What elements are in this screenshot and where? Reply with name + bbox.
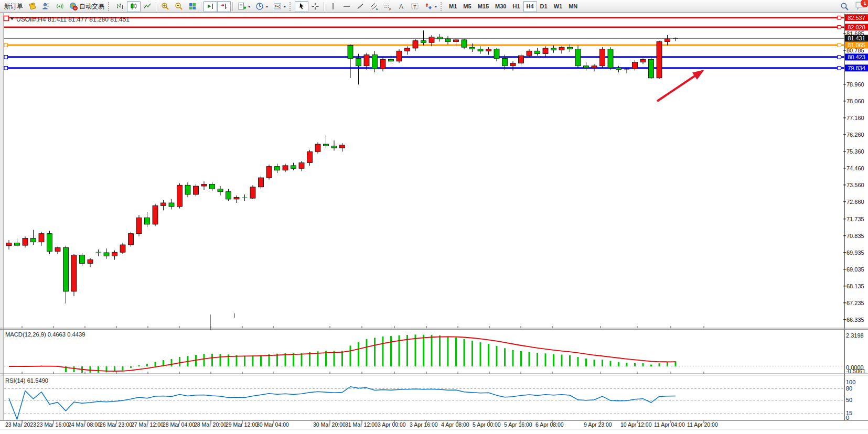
candle-body[interactable] — [429, 37, 434, 43]
candle-body[interactable] — [169, 203, 174, 207]
candle-body[interactable] — [616, 68, 621, 70]
candle-body[interactable] — [226, 192, 231, 199]
candle-body[interactable] — [551, 48, 556, 50]
candle-body[interactable] — [185, 185, 190, 194]
candle-body[interactable] — [250, 187, 255, 198]
candle-body[interactable] — [128, 234, 134, 245]
text-tool-button[interactable]: A — [394, 1, 408, 12]
candle-body[interactable] — [31, 238, 36, 242]
fibonacci-tool-button[interactable]: F — [381, 1, 394, 12]
candle-body[interactable] — [153, 205, 158, 224]
candle-body[interactable] — [649, 59, 654, 78]
candle-body[interactable] — [71, 255, 77, 291]
candle-body[interactable] — [519, 56, 524, 63]
candle-body[interactable] — [348, 46, 353, 59]
tile-windows-button[interactable] — [186, 1, 199, 12]
timeframe-w1-button[interactable]: W1 — [551, 1, 566, 12]
notifications-button[interactable]: 1 — [855, 1, 865, 12]
trendline-tool-button[interactable] — [353, 1, 367, 12]
horizontal-line-tool-button[interactable] — [340, 1, 353, 12]
line-handle[interactable] — [838, 67, 841, 70]
candle-body[interactable] — [527, 51, 532, 56]
candle-body[interactable] — [283, 166, 288, 170]
candle-body[interactable] — [437, 37, 443, 39]
candle-body[interactable] — [559, 47, 564, 50]
candle-body[interactable] — [356, 58, 361, 66]
vertical-line-tool-button[interactable] — [326, 1, 340, 12]
candle-body[interactable] — [389, 59, 394, 61]
templates-button[interactable]: ▾ — [271, 1, 288, 12]
zoom-out-button[interactable] — [172, 1, 186, 12]
candle-body[interactable] — [462, 40, 467, 47]
candle-body[interactable] — [633, 62, 638, 69]
candle-body[interactable] — [47, 234, 52, 252]
candle-body[interactable] — [494, 49, 499, 59]
history-button[interactable] — [26, 1, 39, 12]
line-handle[interactable] — [4, 56, 8, 59]
candle-body[interactable] — [340, 145, 345, 148]
add-indicator-button[interactable]: ▾ — [235, 1, 253, 12]
timeframe-m1-button[interactable]: M1 — [446, 1, 460, 12]
candle-body[interactable] — [145, 218, 150, 224]
candle-body[interactable] — [502, 58, 508, 66]
candle-body[interactable] — [543, 48, 548, 54]
line-handle[interactable] — [838, 56, 841, 59]
line-chart-mode-button[interactable] — [141, 1, 154, 12]
line-handle[interactable] — [4, 44, 8, 47]
candle-body[interactable] — [584, 66, 589, 68]
candle-body[interactable] — [640, 59, 646, 62]
candle-body[interactable] — [405, 48, 410, 51]
candle-body[interactable] — [259, 178, 264, 187]
candle-body[interactable] — [112, 252, 117, 256]
candle-body[interactable] — [218, 189, 223, 191]
candle-body[interactable] — [291, 166, 296, 168]
autotrade-button[interactable]: 自动交易 — [67, 1, 107, 12]
candle-body[interactable] — [657, 41, 662, 78]
zoom-in-button[interactable] — [158, 1, 172, 12]
symbol-marker-icon[interactable] — [4, 16, 9, 21]
line-handle[interactable] — [838, 26, 841, 29]
timeframe-m15-button[interactable]: M15 — [475, 1, 492, 12]
arrows-tool-button[interactable]: ▾ — [422, 1, 440, 12]
chart-menu-caret-icon[interactable] — [10, 17, 14, 20]
search-button[interactable] — [838, 1, 852, 12]
candle-body[interactable] — [299, 163, 304, 169]
timeframe-m5-button[interactable]: M5 — [460, 1, 474, 12]
candle-body[interactable] — [470, 47, 475, 49]
profile-button[interactable] — [39, 1, 53, 12]
candle-body[interactable] — [63, 247, 69, 291]
candle-body[interactable] — [55, 247, 60, 251]
candle-body[interactable] — [266, 167, 272, 178]
candle-body[interactable] — [275, 167, 280, 170]
chart-canvas[interactable]: USOil#,H4 81.411 81.477 81.280 81.451MAC… — [0, 0, 868, 434]
candle-body[interactable] — [567, 47, 573, 49]
line-handle[interactable] — [838, 16, 841, 19]
candle-body[interactable] — [177, 185, 183, 207]
chart-shift-button[interactable] — [217, 1, 231, 12]
candle-body[interactable] — [210, 184, 215, 189]
bar-chart-mode-button[interactable] — [113, 1, 127, 12]
candle-body[interactable] — [364, 55, 369, 66]
candle-body[interactable] — [88, 259, 93, 263]
candle-body[interactable] — [454, 40, 459, 42]
line-handle[interactable] — [838, 44, 841, 47]
candle-body[interactable] — [15, 243, 20, 245]
label-tool-button[interactable]: T — [408, 1, 422, 12]
candle-body[interactable] — [324, 144, 329, 146]
candle-body[interactable] — [6, 243, 12, 245]
timeframe-d1-button[interactable]: D1 — [537, 1, 551, 12]
candle-body[interactable] — [307, 151, 313, 162]
timeframe-h4-button[interactable]: H4 — [523, 1, 537, 12]
cursor-tool-button[interactable] — [295, 1, 308, 12]
candle-body[interactable] — [421, 41, 426, 43]
candle-body[interactable] — [665, 39, 670, 41]
signals-button[interactable] — [53, 1, 67, 12]
candle-body[interactable] — [161, 203, 166, 205]
candle-body[interactable] — [234, 197, 239, 199]
candle-body[interactable] — [120, 245, 125, 252]
candle-body[interactable] — [592, 66, 597, 68]
candle-body[interactable] — [445, 39, 451, 41]
auto-scroll-button[interactable] — [203, 1, 217, 12]
channel-tool-button[interactable]: E — [367, 1, 381, 12]
candle-body[interactable] — [535, 51, 540, 53]
